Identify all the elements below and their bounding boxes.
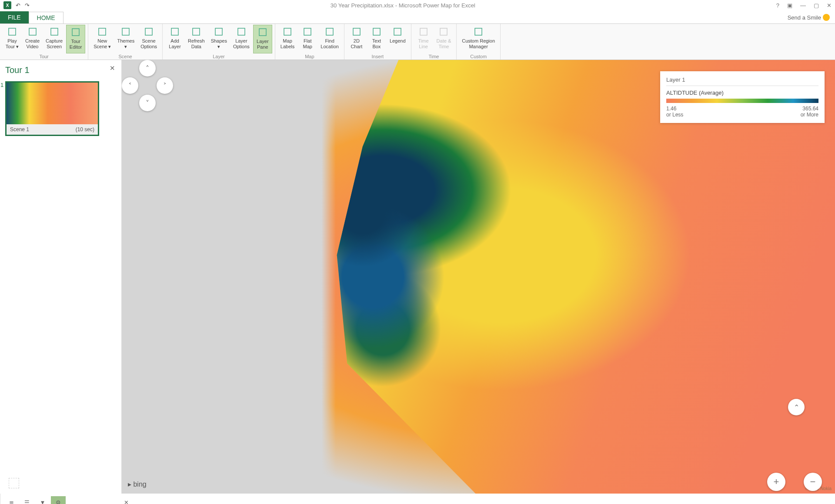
ribbon-button[interactable]: MapLabels <box>278 25 297 53</box>
ribbon-icon <box>97 26 108 37</box>
scene-name: Scene 1 <box>10 126 29 133</box>
svg-rect-18 <box>420 28 427 35</box>
ribbon-label: Legend <box>390 38 406 44</box>
ribbon-group-label: Time <box>414 53 454 59</box>
ribbon-button[interactable]: LayerPane <box>253 25 272 53</box>
ribbon-group: Custom RegionManagerCustom <box>457 24 501 60</box>
ribbon-button[interactable]: CaptureScreen <box>43 25 65 53</box>
legend-high-label: or More <box>801 112 818 118</box>
ribbon-label: Tour ▾ <box>6 44 19 50</box>
ribbon-icon <box>49 26 60 37</box>
ribbon-button[interactable]: TourEditor <box>66 25 85 53</box>
pan-right-button[interactable]: ˃ <box>157 77 173 94</box>
pan-up-button[interactable]: ˄ <box>139 60 156 76</box>
ribbon-group-label: Scene <box>91 53 160 59</box>
minimize-icon[interactable]: — <box>800 2 806 9</box>
ribbon-icon <box>169 26 180 37</box>
ribbon-label: Time <box>438 44 449 50</box>
ribbon-label: Pane <box>257 44 268 50</box>
scene-thumbnail[interactable]: 1 Scene 1 (10 sec) <box>5 81 99 136</box>
ribbon-icon <box>392 26 403 37</box>
svg-rect-11 <box>259 29 266 36</box>
bing-logo: ▸ bing <box>128 480 147 488</box>
legend-low-value: 1.46 <box>666 106 683 112</box>
ribbon-icon <box>257 27 268 38</box>
ribbon-icon <box>120 26 131 37</box>
ribbon-group-label: Custom <box>459 53 498 59</box>
maximize-icon[interactable]: ▢ <box>814 2 819 9</box>
file-tab[interactable]: FILE <box>0 11 29 23</box>
help-icon[interactable]: ? <box>776 2 779 9</box>
ribbon-icon <box>70 27 81 38</box>
svg-rect-6 <box>145 28 152 35</box>
ribbon-label: Date & <box>437 38 451 44</box>
svg-rect-12 <box>284 28 291 35</box>
ribbon-icon <box>143 26 154 37</box>
svg-rect-7 <box>171 28 178 35</box>
pane-close-icon[interactable]: ✕ <box>121 499 131 504</box>
ribbon-group: 2DChartTextBoxLegendInsert <box>344 24 411 60</box>
legend-metric: ALTIDTUDE (Average) <box>666 90 818 96</box>
pan-left-button[interactable]: ˂ <box>122 77 138 94</box>
ribbon-button[interactable]: Shapes▾ <box>208 25 230 53</box>
svg-rect-5 <box>122 28 129 35</box>
send-smile[interactable]: Send a Smile <box>782 11 835 23</box>
ribbon-button[interactable]: SceneOptions <box>138 25 160 53</box>
svg-rect-17 <box>394 28 401 35</box>
ribbon-label: ▾ <box>124 44 127 50</box>
ribbon-button[interactable]: 2DChart <box>347 25 366 53</box>
ribbon-label: Scene <box>142 38 156 44</box>
ribbon-button[interactable]: Legend <box>387 25 408 53</box>
ribbon-label: Manager <box>469 44 488 50</box>
ribbon-label: Capture <box>46 38 63 44</box>
layers-tab-icon[interactable]: ≣ <box>4 496 19 504</box>
ribbon: PlayTour ▾CreateVideoCaptureScreenTourEd… <box>0 23 835 60</box>
pan-up-button[interactable]: ⌃ <box>788 399 805 415</box>
add-scene-button[interactable] <box>9 478 19 488</box>
svg-rect-13 <box>304 28 311 35</box>
ribbon-label: Editor <box>70 44 82 50</box>
tour-title: Tour 1 <box>5 65 116 75</box>
ribbon-group: NewScene ▾Themes▾SceneOptionsScene <box>88 24 163 60</box>
redo-icon[interactable]: ↷ <box>25 2 30 9</box>
ribbon-button[interactable]: NewScene ▾ <box>91 25 114 53</box>
svg-rect-15 <box>353 28 360 35</box>
tour-close-icon[interactable]: ✕ <box>110 64 115 72</box>
zoom-in-button[interactable]: + <box>767 473 785 491</box>
ribbon-button[interactable]: TextBox <box>367 25 386 53</box>
ribbon-button[interactable]: LayerOptions <box>230 25 252 53</box>
legend-layer: Layer 1 <box>666 76 818 86</box>
ribbon-button[interactable]: CreateVideo <box>23 25 42 53</box>
smile-icon <box>823 14 830 21</box>
settings-tab-icon[interactable]: ⚙ <box>51 496 66 504</box>
ribbon-button[interactable]: Custom RegionManager <box>459 25 498 53</box>
ribbon-label: ▾ <box>217 44 220 50</box>
home-tab[interactable]: HOME <box>29 12 63 23</box>
svg-rect-14 <box>326 28 333 35</box>
ribbon-button[interactable]: FindLocation <box>318 25 341 53</box>
svg-rect-8 <box>193 28 200 35</box>
ribbon-label: Time <box>418 38 429 44</box>
ribbon-button[interactable]: AddLayer <box>165 25 184 53</box>
ribbon-button[interactable]: FlatMap <box>298 25 317 53</box>
fields-tab-icon[interactable]: ☰ <box>20 496 34 504</box>
undo-icon[interactable]: ↶ <box>16 2 20 9</box>
ribbon-button[interactable]: Themes▾ <box>114 25 137 53</box>
ribbon-label: Layer <box>169 44 181 50</box>
filter-tab-icon[interactable]: ▼ <box>35 496 50 504</box>
pan-down-button[interactable]: ˅ <box>139 95 156 111</box>
svg-rect-3 <box>72 29 79 36</box>
svg-rect-2 <box>51 28 58 35</box>
ribbon-icon <box>236 26 247 37</box>
map-canvas[interactable]: Layer 1 ALTIDTUDE (Average) 1.46 or Less… <box>122 60 835 494</box>
ribbon-icon <box>473 26 484 37</box>
ribbon-button[interactable]: PlayTour ▾ <box>3 25 22 53</box>
ribbon-icon <box>7 26 18 37</box>
window-icon[interactable]: ▣ <box>787 2 792 9</box>
svg-rect-20 <box>475 28 482 35</box>
close-window-icon[interactable]: ✕ <box>827 2 832 9</box>
zoom-out-button[interactable]: − <box>804 473 822 491</box>
ribbon-group-label: Map <box>278 53 341 59</box>
ribbon-label: Play <box>7 38 17 44</box>
ribbon-button[interactable]: RefreshData <box>185 25 207 53</box>
